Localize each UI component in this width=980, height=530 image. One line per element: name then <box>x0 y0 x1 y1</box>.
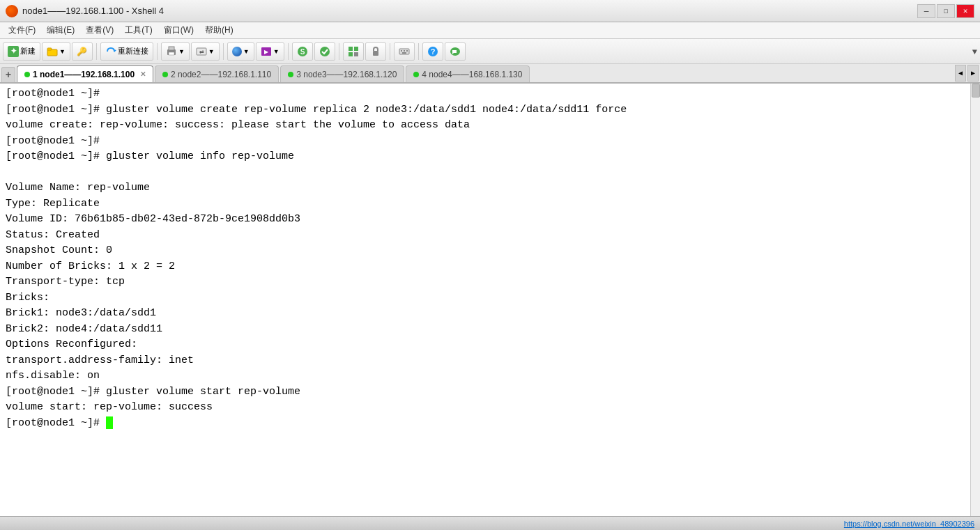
print-icon <box>166 46 177 57</box>
terminal-line-13: Transport-type: tcp <box>6 274 974 290</box>
terminal-line-10: Status: Created <box>6 228 974 244</box>
svg-marker-2 <box>114 49 116 52</box>
svg-rect-1 <box>47 48 52 50</box>
scrollbar[interactable] <box>970 84 980 516</box>
terminal-line-1: [root@node1 ~]# <box>6 86 974 102</box>
tab-node2[interactable]: 2 node2——192.168.1.110 <box>155 65 279 82</box>
menu-view[interactable]: 查看(V) <box>80 23 119 38</box>
svg-text:▶: ▶ <box>264 49 269 55</box>
terminal-line-17: Options Reconfigured: <box>6 337 974 353</box>
add-tab-button[interactable]: + <box>1 67 15 82</box>
globe-dropdown-icon[interactable]: ▼ <box>243 48 250 55</box>
tab-close-1[interactable]: ✕ <box>140 70 146 78</box>
terminal-line-5: [root@node1 ~]# gluster volume info rep-… <box>6 149 974 165</box>
tab-prev-button[interactable]: ◀ <box>955 65 966 81</box>
svg-text:?: ? <box>430 47 435 56</box>
close-button[interactable]: ✕ <box>956 4 974 18</box>
print-dropdown-icon[interactable]: ▼ <box>178 48 185 55</box>
tab-nav: ◀ ▶ <box>955 65 979 81</box>
terminal-line-19: nfs.disable: on <box>6 368 974 384</box>
svg-point-12 <box>320 47 330 56</box>
script-dropdown-icon[interactable]: ▼ <box>273 48 280 55</box>
new-button[interactable]: ✦ 新建 <box>3 42 40 61</box>
svg-text:⇄: ⇄ <box>199 49 204 55</box>
menu-help[interactable]: 帮助(H) <box>199 23 239 38</box>
terminal-line-22: [root@node1 ~]# <box>6 416 974 432</box>
terminal-line-9: Volume ID: 76b61b85-db02-43ed-872b-9ce19… <box>6 212 974 228</box>
tab-node1[interactable]: 1 node1——192.168.1.100 ✕ <box>17 65 153 82</box>
help-icon: ? <box>427 46 438 57</box>
help-button[interactable]: ? <box>422 42 443 61</box>
script-button[interactable]: ▶ ▼ <box>256 42 284 61</box>
folder-icon <box>47 46 58 57</box>
sessions-icon <box>348 46 359 57</box>
menu-edit[interactable]: 编辑(E) <box>41 23 80 38</box>
tab-label-3: 3 node3——192.168.1.120 <box>296 70 397 79</box>
terminal-line-2: [root@node1 ~]# gluster volume create re… <box>6 102 974 118</box>
sessions-button[interactable] <box>343 42 364 61</box>
tab-node3[interactable]: 3 node3——192.168.1.120 <box>280 65 404 82</box>
tab-label-2: 2 node2——192.168.1.110 <box>171 70 271 79</box>
separator-4 <box>288 43 289 60</box>
svg-text:S: S <box>300 48 305 56</box>
print-button[interactable]: ▼ <box>161 42 190 61</box>
svg-rect-16 <box>354 52 358 56</box>
check-button[interactable] <box>314 42 335 61</box>
svg-rect-13 <box>349 47 353 51</box>
separator-5 <box>339 43 339 60</box>
key-icon: 🔑 <box>77 46 88 57</box>
status-url[interactable]: https://blog.csdn.net/weixin_48902396 <box>844 520 974 528</box>
transfer-icon: ⇄ <box>196 46 207 57</box>
scrollbar-thumb[interactable] <box>972 84 980 98</box>
menu-window[interactable]: 窗口(W) <box>158 23 199 38</box>
separator-7 <box>418 43 419 60</box>
globe-button[interactable]: ▼ <box>227 42 254 61</box>
globe-icon <box>232 47 242 56</box>
key-button[interactable]: 🔑 <box>72 42 93 61</box>
terminal-line-18: transport.address-family: inet <box>6 353 974 369</box>
terminal-line-15: Brick1: node3:/data/sdd1 <box>6 306 974 322</box>
menubar: 文件(F) 编辑(E) 查看(V) 工具(T) 窗口(W) 帮助(H) <box>0 22 980 39</box>
add-icon: + <box>6 70 11 81</box>
restore-button[interactable]: ☐ <box>937 4 955 18</box>
separator-3 <box>223 43 224 60</box>
transfer-button[interactable]: ⇄ ▼ <box>191 42 220 61</box>
app-icon <box>6 5 18 17</box>
toolbar: ✦ 新建 ▼ 🔑 重新连接 ▼ ⇄ ▼ ▼ <box>0 39 980 64</box>
svg-rect-22 <box>402 52 406 54</box>
cursor <box>106 416 113 429</box>
check-icon <box>319 46 330 57</box>
svg-rect-14 <box>354 47 358 51</box>
open-dropdown-icon[interactable]: ▼ <box>59 48 66 55</box>
tab-dot-4 <box>413 72 419 77</box>
chat-button[interactable] <box>445 42 466 61</box>
tab-node4[interactable]: 4 node4——168.168.1.130 <box>406 65 530 82</box>
window-title: node1——192.168.1.100 - Xshell 4 <box>22 6 917 16</box>
svg-rect-19 <box>401 50 402 52</box>
terminal-line-16: Brick2: node4:/data/sdd11 <box>6 322 974 338</box>
tab-dot-1 <box>24 72 30 77</box>
window-controls: — ☐ ✕ <box>917 4 974 18</box>
tab-dot-2 <box>162 72 168 77</box>
s-icon: S <box>297 46 308 57</box>
separator-2 <box>157 43 158 60</box>
tabbar: + 1 node1——192.168.1.100 ✕ 2 node2——192.… <box>0 64 980 84</box>
lock-button[interactable] <box>365 42 386 61</box>
reconnect-label: 重新连接 <box>118 46 148 56</box>
menu-tools[interactable]: 工具(T) <box>119 23 158 38</box>
minimize-button[interactable]: — <box>917 4 935 18</box>
tab-dot-3 <box>288 72 293 77</box>
svg-rect-4 <box>169 47 174 50</box>
tab-next-button[interactable]: ▶ <box>967 65 979 81</box>
reconnect-button[interactable]: 重新连接 <box>100 42 153 61</box>
terminal-line-21: volume start: rep-volume: success <box>6 400 974 416</box>
menu-file[interactable]: 文件(F) <box>3 23 41 38</box>
toolbar-expand-icon[interactable]: ▼ <box>972 47 977 57</box>
s-button[interactable]: S <box>292 42 313 61</box>
svg-rect-17 <box>373 51 378 56</box>
separator-6 <box>390 43 390 60</box>
transfer-dropdown-icon[interactable]: ▼ <box>208 48 215 55</box>
keyboard-button[interactable] <box>394 42 415 61</box>
terminal[interactable]: [root@node1 ~]# [root@node1 ~]# gluster … <box>0 84 980 516</box>
open-button[interactable]: ▼ <box>42 42 70 61</box>
